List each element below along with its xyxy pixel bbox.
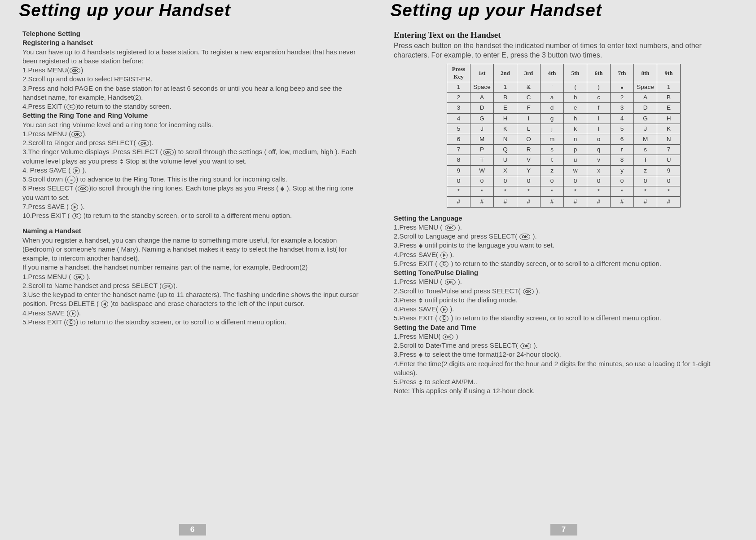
table-cell: F — [517, 103, 541, 113]
heading-date-time: Setting the Date and Time — [394, 323, 734, 332]
ok-icon: OK — [70, 67, 80, 74]
text-ring-step5: 5.Scroll down (≡) to advance to the Ring… — [22, 175, 362, 184]
table-header-cell: 2nd — [494, 64, 517, 82]
table-cell: G — [470, 113, 494, 124]
text-reg-step1: 1.Press MENU(OK) — [22, 66, 362, 75]
play-right-icon — [71, 204, 78, 211]
text-lang-step4: 4.Press SAVE( ). — [394, 250, 734, 259]
table-cell: 7 — [657, 145, 681, 155]
text-fragment: 1.Press MENU ( — [394, 278, 444, 285]
ok-icon: OK — [163, 149, 174, 155]
text-fragment: 2.Scroll to Ringer and press SELECT( — [22, 139, 138, 146]
updown-icon — [281, 186, 284, 191]
text-lang-step1: 1.Press MENU ( OK ). — [394, 223, 734, 232]
table-cell: 5 — [447, 124, 470, 134]
table-cell: a — [541, 93, 564, 103]
table-cell: s — [634, 145, 657, 155]
table-cell: 0 — [634, 176, 657, 186]
table-cell: 9 — [657, 165, 681, 176]
table-header-cell: 3rd — [517, 64, 541, 82]
table-cell: # — [517, 197, 541, 207]
text-fragment: ) to return to the standby screen, or to… — [449, 314, 661, 322]
text-fragment: )to backspace and erase characters to th… — [109, 300, 304, 307]
table-cell: 0 — [470, 176, 494, 186]
table-cell: 4 — [447, 113, 470, 124]
table-row: 5JKLjkl5JK — [447, 124, 681, 134]
page-right: Setting up your Handset Entering Text on… — [378, 0, 756, 540]
text-name-note: If you name a handset, the handset numbe… — [22, 263, 362, 272]
play-left-icon — [101, 301, 108, 308]
table-cell: q — [587, 145, 611, 155]
text-name-intro: When you register a handset, you can cha… — [22, 236, 362, 263]
table-cell: J — [634, 124, 657, 134]
page-title-left: Setting up your Handset — [19, 1, 365, 20]
table-row: 9WXYzwxyz9 — [447, 165, 681, 176]
table-cell: * — [494, 186, 517, 197]
ok-icon: OK — [445, 225, 456, 231]
table-cell: H — [494, 113, 517, 124]
table-cell: J — [470, 124, 494, 134]
text-ring-step1: 1.Press MENU (OK). — [22, 129, 362, 138]
heading-registering-handset: Registering a handset — [22, 38, 362, 47]
table-cell: 0 — [494, 176, 517, 186]
table-cell: o — [587, 134, 611, 145]
table-cell: * — [611, 186, 634, 197]
text-fragment: 7.Press SAVE ( — [22, 203, 70, 210]
heading-entering-text: Entering Text on the Handset — [394, 29, 734, 41]
text-reg-intro: You can have up to 4 handsets registered… — [22, 48, 362, 66]
text-fragment: 4.Press SAVE( — [394, 305, 440, 313]
table-cell: s — [541, 145, 564, 155]
table-cell: N — [657, 134, 681, 145]
text-fragment: ). — [448, 305, 454, 313]
table-cell: 5 — [611, 124, 634, 134]
text-ring-step10: 10.Press EXIT ( C )to return to the stan… — [22, 211, 362, 220]
table-cell: * — [541, 186, 564, 197]
table-cell: # — [541, 197, 564, 207]
table-cell: m — [541, 134, 564, 145]
table-cell: 7 — [447, 145, 470, 155]
ok-icon: OK — [74, 274, 84, 280]
text-fragment: )to return to the standby screen. — [76, 102, 171, 110]
table-cell: E — [657, 103, 681, 113]
table-cell: T — [634, 155, 657, 165]
table-cell: f — [587, 103, 611, 113]
table-cell: W — [470, 165, 494, 176]
text-ring-step6: 6 Press SELECT (OK)to scroll through the… — [22, 184, 362, 202]
table-cell: A — [634, 93, 657, 103]
text-fragment: ). — [534, 287, 540, 295]
text-fragment: ). — [85, 273, 91, 280]
text-ring-step7: 7.Press SAVE ( ). — [22, 202, 362, 211]
text-fragment: until points to the dialing mode. — [423, 296, 518, 304]
page-number-wrap-left: 6 — [22, 524, 362, 536]
updown-icon — [419, 243, 422, 248]
table-cell: 8 — [447, 155, 470, 165]
table-row: 7PQRspqrs7 — [447, 145, 681, 155]
table-header-cell: 4th — [541, 64, 564, 82]
text-tone-step3: 3.Press until points to the dialing mode… — [394, 296, 734, 305]
table-cell: 2 — [611, 93, 634, 103]
text-fragment: 5.Press EXIT ( — [394, 260, 439, 267]
table-cell: # — [564, 197, 587, 207]
table-cell: Q — [494, 145, 517, 155]
text-fragment: 3.The ringer Volume displays .Press SELE… — [22, 148, 163, 155]
table-cell: M — [470, 134, 494, 145]
table-cell: n — [564, 134, 587, 145]
table-cell: 0 — [517, 176, 541, 186]
text-fragment: 1.Press MENU ( — [394, 223, 444, 231]
table-header-cell: Press Key — [447, 64, 470, 82]
text-ring-step2: 2.Scroll to Ringer and press SELECT( OK)… — [22, 138, 362, 147]
text-fragment: ). — [532, 341, 537, 349]
text-reg-step4: 4.Press EXIT (C)to return to the standby… — [22, 102, 362, 111]
table-cell: & — [517, 82, 541, 92]
ok-icon: OK — [520, 343, 531, 349]
table-cell: V — [517, 155, 541, 165]
text-name-step4: 4.Press SAVE (). — [22, 309, 362, 318]
ok-icon: OK — [71, 131, 82, 137]
text-entry-table: Press Key1st2nd3rd4th5th6th7th8th9th 1Sp… — [447, 64, 681, 208]
ok-icon: OK — [443, 334, 453, 340]
page-title-right: Setting up your Handset — [390, 1, 737, 20]
table-cell: ( — [564, 82, 587, 92]
ok-icon: OK — [162, 283, 173, 289]
table-cell: 0 — [611, 176, 634, 186]
text-fragment: 2.Scroll to Name handset and press SELEC… — [22, 282, 162, 289]
